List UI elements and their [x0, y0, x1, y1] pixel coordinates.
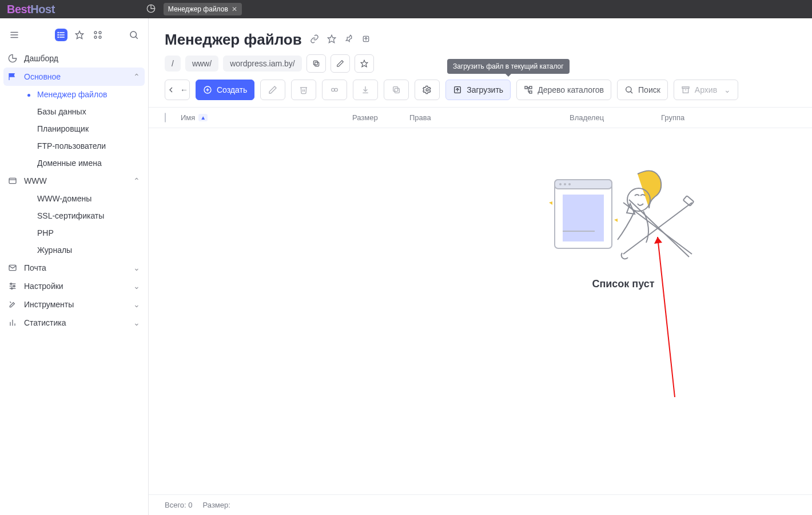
nav-sub-ftp[interactable]: FTP-пользователи	[0, 137, 148, 154]
search-icon	[624, 85, 634, 94]
svg-point-14	[130, 31, 137, 38]
svg-point-40	[335, 88, 337, 91]
star-outline-icon[interactable]	[327, 34, 336, 46]
pin-icon[interactable]	[344, 34, 353, 46]
crumb-root[interactable]: /	[165, 56, 181, 72]
svg-point-39	[332, 88, 335, 91]
dashboard-pie-icon[interactable]	[146, 4, 156, 15]
col-name[interactable]: Имя	[181, 113, 195, 122]
upload-button[interactable]: Загрузить	[445, 80, 511, 100]
tree-button[interactable]: Дерево каталогов	[516, 80, 611, 100]
svg-marker-66	[549, 201, 552, 205]
nav-sub-databases[interactable]: Базы данных	[0, 103, 148, 120]
nav-sub-wwwdomains[interactable]: WWW-домены	[0, 190, 148, 207]
svg-rect-72	[683, 196, 694, 206]
svg-point-7	[58, 34, 58, 35]
svg-line-15	[136, 37, 138, 39]
svg-rect-16	[9, 178, 16, 183]
external-icon[interactable]	[361, 34, 371, 46]
nav-sub-filemanager[interactable]: Менеджер файлов	[0, 86, 148, 103]
settings-button[interactable]	[415, 80, 440, 100]
menu-icon[interactable]	[8, 29, 21, 41]
table-header: Имя▲ Размер Права Владелец Группа	[149, 107, 812, 128]
tab-file-manager[interactable]: Менеджер файлов ✕	[164, 3, 242, 15]
nav-group-stats[interactable]: Статистика ⌄	[0, 314, 148, 332]
nav-sub-domains[interactable]: Доменные имена	[0, 154, 148, 172]
svg-rect-48	[525, 86, 527, 89]
col-owner[interactable]: Владелец	[570, 113, 661, 122]
bookmark-path-icon[interactable]	[355, 54, 374, 73]
copy-button[interactable]	[384, 80, 409, 100]
nodes-icon[interactable]	[91, 29, 104, 41]
bars-icon	[8, 318, 18, 327]
svg-rect-64	[563, 195, 604, 241]
link-icon[interactable]	[310, 34, 319, 46]
nav-dashboard[interactable]: Дашборд	[0, 49, 148, 68]
svg-rect-49	[530, 86, 532, 89]
topbar: BestHost Менеджер файлов ✕	[0, 0, 812, 18]
search-icon[interactable]	[128, 29, 140, 41]
svg-rect-60	[555, 180, 612, 189]
edit-button[interactable]	[260, 80, 285, 100]
tooltip: Загрузить файл в текущий каталог	[447, 59, 570, 74]
chevron-up-icon: ⌃	[133, 176, 140, 185]
chevron-down-icon: ⌄	[133, 300, 140, 309]
list-icon[interactable]	[55, 29, 67, 41]
edit-path-icon[interactable]	[331, 54, 350, 73]
svg-rect-44	[393, 87, 398, 92]
brand-logo: BestHost	[7, 3, 55, 16]
col-group[interactable]: Группа	[661, 113, 718, 122]
tools-icon	[8, 300, 18, 309]
chevron-down-icon: ⌄	[724, 85, 731, 94]
tree-icon	[524, 85, 533, 94]
empty-label: Список пуст	[592, 278, 654, 290]
svg-point-45	[426, 89, 428, 91]
globe-icon	[8, 176, 18, 185]
mail-icon	[8, 263, 18, 272]
nav-sub-ssl[interactable]: SSL-сертификаты	[0, 207, 148, 224]
pie-icon	[8, 54, 18, 63]
nav-group-main[interactable]: Основное ⌃	[3, 68, 145, 86]
search-button[interactable]: Поиск	[617, 80, 668, 100]
svg-marker-9	[75, 31, 83, 38]
nav-sub-php[interactable]: PHP	[0, 224, 148, 241]
archive-icon	[681, 85, 690, 94]
svg-point-6	[58, 32, 58, 33]
svg-rect-50	[530, 91, 532, 93]
nav-sub-scheduler[interactable]: Планировщик	[0, 120, 148, 137]
chevron-up-icon: ⌃	[133, 72, 140, 81]
archive-button[interactable]: Архив⌄	[674, 80, 738, 100]
nav-group-settings[interactable]: Настройки ⌄	[0, 277, 148, 295]
svg-line-55	[631, 92, 632, 93]
nav-group-www[interactable]: WWW ⌃	[0, 172, 148, 190]
view-button[interactable]	[322, 80, 347, 100]
nav-group-tools[interactable]: Инструменты ⌄	[0, 295, 148, 314]
back-button[interactable]: ←	[165, 80, 190, 100]
main-content: Менеджер файлов / www/ wordpress.iam.by/…	[149, 18, 812, 515]
copy-path-icon[interactable]	[307, 54, 326, 73]
svg-marker-67	[614, 219, 618, 222]
toolbar: Загрузить файл в текущий каталог ← Созда…	[149, 80, 812, 107]
col-size[interactable]: Размер	[352, 113, 409, 122]
chevron-down-icon: ⌄	[133, 263, 140, 272]
col-perm[interactable]: Права	[409, 113, 570, 122]
chevron-down-icon: ⌄	[133, 282, 140, 291]
svg-point-8	[58, 37, 58, 37]
svg-point-11	[99, 36, 101, 38]
sort-asc-icon: ▲	[198, 114, 208, 121]
svg-marker-28	[328, 35, 335, 42]
crumb-www[interactable]: www/	[185, 56, 218, 72]
nav-group-mail[interactable]: Почта ⌄	[0, 259, 148, 277]
page-title: Менеджер файлов	[165, 31, 302, 49]
upload-icon	[453, 85, 462, 94]
delete-button[interactable]	[291, 80, 316, 100]
download-button[interactable]	[353, 80, 378, 100]
star-icon[interactable]	[73, 29, 86, 41]
select-all-checkbox[interactable]	[165, 113, 166, 122]
svg-rect-30	[315, 62, 319, 66]
crumb-site[interactable]: wordpress.iam.by/	[223, 56, 302, 72]
close-icon[interactable]: ✕	[232, 5, 237, 13]
flag-icon	[8, 72, 18, 81]
nav-sub-logs[interactable]: Журналы	[0, 241, 148, 259]
create-button[interactable]: Создать	[196, 80, 254, 100]
